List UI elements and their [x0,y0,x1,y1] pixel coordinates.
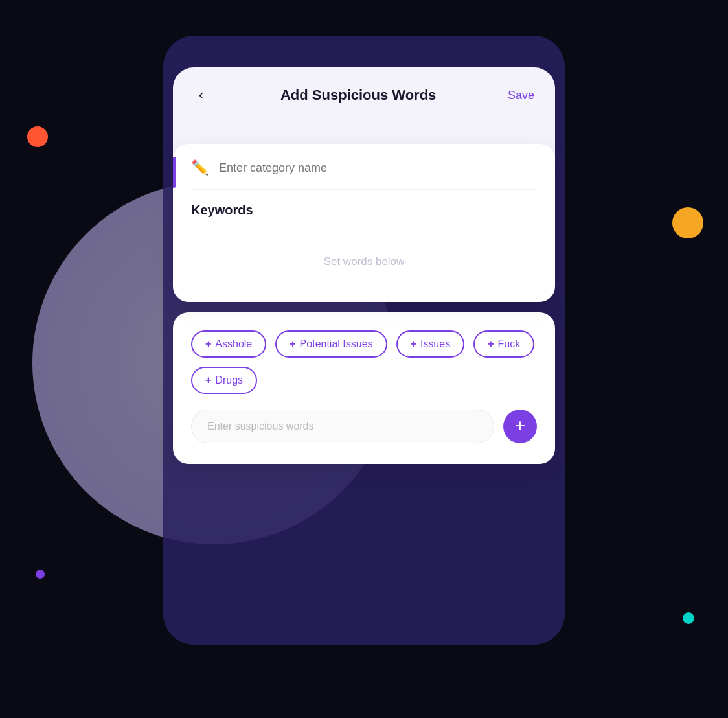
edit-icon: ✏️ [191,159,209,176]
chip-label: Asshole [215,338,252,350]
chip-fuck[interactable]: + Fuck [473,330,534,358]
keywords-section: Keywords Set words below [191,203,537,281]
header-row: ‹ Add Suspicious Words Save [194,86,534,105]
category-input-row: ✏️ [191,159,537,190]
ui-container: ‹ Add Suspicious Words Save ✏️ Keywords … [163,67,565,651]
bottom-card: + Asshole + Potential Issues + Issues + … [173,312,555,464]
chip-plus-icon: + [488,338,494,350]
keyword-chips: + Asshole + Potential Issues + Issues + … [191,330,537,394]
orange-dot [27,126,48,147]
chip-drugs[interactable]: + Drugs [191,367,257,394]
middle-card: ✏️ Keywords Set words below [173,144,555,302]
yellow-dot [672,207,703,238]
category-name-input[interactable] [219,161,537,175]
keywords-title: Keywords [191,203,537,218]
page-title: Add Suspicious Words [280,87,436,104]
teal-dot [683,612,694,624]
plus-icon: + [515,417,525,435]
add-word-button[interactable]: + [503,410,537,443]
set-words-placeholder: Set words below [191,229,537,281]
suspicious-word-input[interactable] [191,410,494,443]
save-button[interactable]: Save [508,89,534,102]
chip-asshole[interactable]: + Asshole [191,330,266,358]
chip-label: Issues [420,338,450,350]
chip-label: Potential Issues [300,338,373,350]
back-button[interactable]: ‹ [194,86,209,105]
left-accent [173,157,176,188]
chip-plus-icon: + [205,375,211,386]
chip-label: Fuck [498,338,521,350]
purple-dot [36,570,45,579]
chip-potential-issues[interactable]: + Potential Issues [275,330,387,358]
chip-label: Drugs [215,375,243,386]
chip-plus-icon: + [205,338,211,350]
chip-plus-icon: + [290,338,295,350]
add-word-row: + [191,410,537,443]
chip-issues[interactable]: + Issues [396,330,465,358]
chip-plus-icon: + [411,338,416,350]
